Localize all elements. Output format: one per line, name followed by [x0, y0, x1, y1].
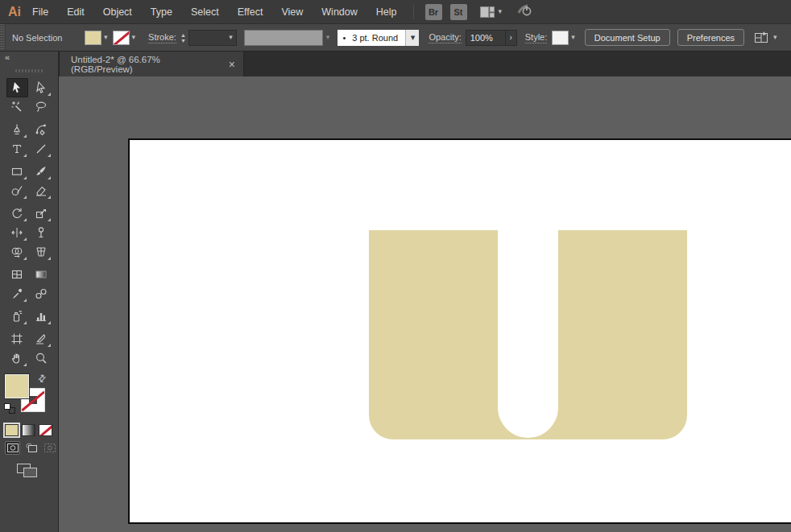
menu-effect[interactable]: Effect [238, 6, 263, 18]
magic-wand-tool[interactable] [6, 97, 28, 117]
selection-tool[interactable] [6, 78, 28, 97]
flyout-indicator [23, 196, 27, 199]
stroke-weight-dropdown[interactable]: ▾ [188, 30, 237, 46]
menu-window[interactable]: Window [321, 6, 357, 18]
screen-mode-button[interactable] [16, 463, 58, 480]
flyout-indicator [23, 154, 27, 157]
mesh-tool[interactable] [6, 265, 28, 284]
panel-grip[interactable] [15, 69, 43, 72]
fill-color-dropdown[interactable]: ▾ [85, 31, 108, 45]
separator [413, 5, 414, 19]
opacity-panel-link[interactable]: Opacity: [429, 32, 461, 43]
style-panel-link[interactable]: Style: [525, 32, 548, 43]
menu-object[interactable]: Object [103, 6, 132, 18]
swap-fill-stroke-icon[interactable]: ⇄ [35, 371, 49, 385]
draw-normal-button[interactable] [5, 441, 20, 455]
stock-button[interactable]: St [450, 4, 467, 20]
menu-help[interactable]: Help [376, 6, 397, 18]
artboard-tool[interactable] [6, 329, 28, 348]
menu-type[interactable]: Type [151, 6, 172, 18]
stepper-up-icon[interactable]: ▲ [180, 33, 186, 37]
document-setup-button[interactable]: Document Setup [585, 29, 670, 46]
line-segment-tool[interactable] [31, 139, 52, 159]
column-graph-tool[interactable] [31, 307, 52, 326]
shape-builder-tool[interactable] [6, 242, 28, 262]
artboard-tool-icon [10, 332, 23, 345]
stroke-panel-link[interactable]: Stroke: [148, 32, 176, 43]
puppet-warp-tool[interactable] [31, 223, 52, 242]
rectangle-tool-icon [10, 165, 23, 178]
color-mode-row [0, 424, 58, 436]
stepper-down-icon[interactable]: ▼ [180, 39, 186, 43]
eraser-tool[interactable] [31, 181, 52, 200]
blend-tool[interactable] [31, 284, 52, 303]
color-button[interactable] [5, 424, 19, 436]
workspace-switcher[interactable]: ▾ [480, 6, 503, 18]
arrange-documents-icon[interactable]: ▾ [754, 31, 777, 44]
flyout-indicator [48, 176, 51, 179]
stroke-weight-stepper[interactable]: ▲ ▼ [180, 33, 186, 43]
chevron-down-icon: ▾ [571, 34, 575, 41]
menu-bar: Ai FileEditObjectTypeSelectEffectViewWin… [0, 0, 791, 23]
shaper-tool[interactable] [6, 181, 28, 200]
fill-color-swatch[interactable] [85, 31, 101, 45]
chevron-down-icon: ▾ [104, 34, 108, 41]
artboard[interactable] [128, 138, 791, 524]
flyout-indicator [48, 93, 51, 96]
style-swatch[interactable] [552, 31, 569, 45]
pen-tool[interactable] [6, 120, 28, 139]
stroke-color-dropdown[interactable]: ▾ [113, 31, 136, 45]
paintbrush-tool[interactable] [31, 162, 52, 181]
rectangle-tool[interactable] [6, 162, 28, 181]
stroke-none-swatch[interactable] [113, 31, 130, 45]
type-tool[interactable] [6, 139, 28, 159]
bridge-button[interactable]: Br [425, 4, 442, 20]
gradient-tool[interactable] [31, 265, 52, 284]
brush-definition-dropdown[interactable]: • 3 pt. Round ▾ [338, 30, 419, 46]
symbol-sprayer-tool[interactable] [6, 307, 28, 326]
zoom-tool[interactable] [31, 348, 52, 368]
flyout-indicator [48, 154, 51, 157]
u-shape[interactable] [130, 140, 791, 522]
menu-select[interactable]: Select [191, 6, 219, 18]
none-slash-icon [39, 425, 52, 435]
opacity-input[interactable]: 100% [466, 30, 506, 46]
panel-grip[interactable] [0, 24, 6, 51]
gradient-button[interactable] [22, 424, 35, 436]
eyedropper-tool[interactable] [6, 284, 28, 303]
preferences-button[interactable]: Preferences [677, 29, 744, 46]
none-button[interactable] [39, 424, 52, 436]
lasso-tool[interactable] [31, 97, 52, 117]
chevron-down-icon[interactable]: ▾ [405, 30, 419, 46]
rotate-tool[interactable] [6, 204, 28, 223]
opacity-flyout-icon[interactable]: › [506, 30, 517, 46]
document-tab-title: Untitled-2* @ 66.67% (RGB/Preview) [71, 55, 219, 74]
menu-items: FileEditObjectTypeSelectEffectViewWindow… [32, 6, 397, 18]
flyout-indicator [23, 299, 27, 302]
direct-selection-tool[interactable] [31, 78, 52, 97]
menu-file[interactable]: File [32, 6, 48, 18]
u-shape-path[interactable] [369, 230, 687, 439]
power-icon[interactable] [516, 3, 532, 20]
tab-close-icon[interactable]: × [229, 59, 235, 70]
width-tool[interactable] [6, 223, 28, 242]
rotate-tool-icon [10, 207, 23, 220]
collapse-panel-button[interactable]: « [5, 52, 10, 62]
style-dropdown[interactable]: ▾ [552, 31, 575, 45]
perspective-grid-tool[interactable] [31, 242, 52, 262]
default-fill-stroke-icon[interactable] [4, 403, 15, 414]
canvas-area[interactable] [59, 76, 791, 532]
slice-tool[interactable] [31, 329, 52, 348]
document-tab[interactable]: Untitled-2* @ 66.67% (RGB/Preview) × [59, 52, 244, 76]
flyout-indicator [23, 363, 27, 366]
hand-tool[interactable] [6, 348, 28, 368]
curvature-tool[interactable] [31, 120, 52, 139]
chevron-down-icon: ▾ [499, 8, 503, 15]
fill-swatch[interactable] [5, 374, 29, 398]
scale-tool[interactable] [31, 204, 52, 223]
draw-behind-button[interactable] [23, 441, 39, 455]
chevron-down-icon: ▾ [229, 34, 233, 41]
menu-edit[interactable]: Edit [67, 6, 85, 18]
menu-view[interactable]: View [281, 6, 303, 18]
workspace-grid-icon [480, 6, 495, 18]
